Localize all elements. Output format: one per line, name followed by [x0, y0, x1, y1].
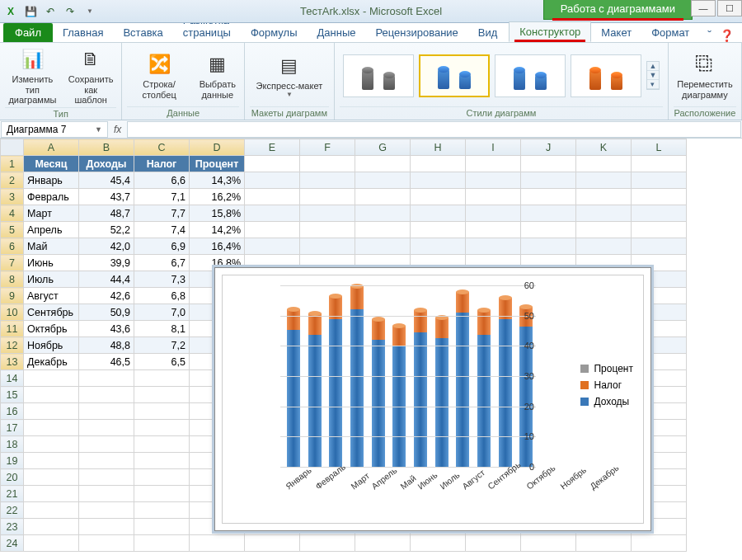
- cell[interactable]: [521, 205, 576, 222]
- cell[interactable]: 52,2: [79, 222, 134, 238]
- column-header[interactable]: A: [24, 139, 79, 156]
- cell[interactable]: [411, 238, 466, 255]
- cell[interactable]: [134, 519, 190, 535]
- qat-dropdown-icon[interactable]: ▼: [82, 4, 97, 19]
- row-header[interactable]: 7: [1, 255, 24, 271]
- cell[interactable]: [134, 420, 190, 436]
- cell[interactable]: [466, 205, 521, 222]
- cell[interactable]: [79, 502, 134, 519]
- cell[interactable]: 14,3%: [190, 172, 245, 189]
- cell[interactable]: [190, 535, 245, 552]
- chart-style-3[interactable]: [495, 54, 566, 97]
- cell[interactable]: 7,1: [134, 189, 190, 205]
- change-chart-type-button[interactable]: 📊 Изменить тип диаграммы: [5, 45, 60, 107]
- cell[interactable]: 48,8: [79, 337, 134, 354]
- embedded-chart[interactable]: 0102030405060 ЯнварьФевральМартАпрельМай…: [214, 267, 651, 531]
- cell[interactable]: [521, 238, 576, 255]
- cell[interactable]: [632, 172, 687, 189]
- cell[interactable]: 42,6: [79, 288, 134, 304]
- row-header[interactable]: 10: [1, 304, 24, 321]
- chart-bar[interactable]: [327, 296, 344, 467]
- cell[interactable]: [79, 486, 134, 502]
- cell[interactable]: Февраль: [24, 189, 79, 205]
- cell[interactable]: [355, 172, 411, 189]
- cell[interactable]: [355, 189, 411, 205]
- row-header[interactable]: 21: [1, 486, 24, 502]
- cell[interactable]: [245, 535, 300, 552]
- cell[interactable]: [576, 189, 632, 205]
- help-icon[interactable]: ❓: [720, 29, 734, 42]
- tab-home[interactable]: Главная: [53, 23, 113, 42]
- cell[interactable]: [521, 189, 576, 205]
- row-header[interactable]: 6: [1, 238, 24, 255]
- chart-style-4[interactable]: [571, 54, 641, 97]
- cell[interactable]: [79, 469, 134, 486]
- cell[interactable]: 46,5: [79, 354, 134, 370]
- cell[interactable]: [245, 189, 300, 205]
- cell[interactable]: [576, 238, 632, 255]
- cell[interactable]: [134, 502, 190, 519]
- row-header[interactable]: 23: [1, 519, 24, 535]
- tab-format[interactable]: Формат: [641, 23, 699, 42]
- cell[interactable]: [466, 172, 521, 189]
- column-header[interactable]: I: [466, 139, 521, 156]
- cell[interactable]: [134, 453, 190, 469]
- cell[interactable]: [466, 238, 521, 255]
- cell[interactable]: [521, 222, 576, 238]
- chart-style-2[interactable]: [419, 54, 490, 97]
- cell[interactable]: [576, 205, 632, 222]
- cell[interactable]: [355, 238, 411, 255]
- cell[interactable]: [134, 469, 190, 486]
- cell[interactable]: 7,0: [134, 304, 190, 321]
- tab-review[interactable]: Рецензирование: [365, 23, 467, 42]
- cell[interactable]: 6,9: [134, 238, 190, 255]
- row-header[interactable]: 9: [1, 288, 24, 304]
- save-template-button[interactable]: 🗎 Сохранить как шаблон: [65, 45, 117, 107]
- cell[interactable]: [24, 387, 79, 403]
- cell[interactable]: 6,5: [134, 354, 190, 370]
- cell[interactable]: [466, 535, 521, 552]
- row-header[interactable]: 1: [1, 156, 24, 172]
- cell[interactable]: [79, 519, 134, 535]
- cell[interactable]: [355, 222, 411, 238]
- cell[interactable]: [576, 156, 632, 172]
- maximize-button[interactable]: ☐: [717, 0, 742, 16]
- cell[interactable]: [79, 370, 134, 387]
- cell[interactable]: 6,6: [134, 172, 190, 189]
- cell[interactable]: 50,9: [79, 304, 134, 321]
- cell[interactable]: [134, 387, 190, 403]
- cell[interactable]: 44,4: [79, 271, 134, 288]
- undo-icon[interactable]: ↶: [43, 4, 58, 19]
- chart-bar[interactable]: [307, 313, 323, 467]
- cell[interactable]: [632, 238, 687, 255]
- cell[interactable]: [632, 189, 687, 205]
- cell[interactable]: [245, 156, 300, 172]
- select-data-button[interactable]: ▦ Выбрать данные: [196, 49, 239, 101]
- cell[interactable]: 16,2%: [190, 189, 245, 205]
- cell[interactable]: [300, 205, 355, 222]
- move-chart-button[interactable]: ⿻ Переместить диаграмму: [674, 49, 735, 101]
- cell[interactable]: [411, 156, 466, 172]
- cell[interactable]: [245, 238, 300, 255]
- cell[interactable]: [24, 469, 79, 486]
- chart-legend[interactable]: Процент Налог Доходы: [580, 358, 633, 412]
- tab-design[interactable]: Конструктор: [509, 21, 591, 42]
- tab-insert[interactable]: Вставка: [113, 23, 172, 42]
- cell[interactable]: Сентябрь: [24, 304, 79, 321]
- cell[interactable]: 7,2: [134, 337, 190, 354]
- cell[interactable]: 7,4: [134, 222, 190, 238]
- cell[interactable]: Доходы: [79, 156, 134, 172]
- cell[interactable]: [355, 535, 411, 552]
- row-header[interactable]: 13: [1, 354, 24, 370]
- chart-style-1[interactable]: [343, 54, 414, 97]
- row-header[interactable]: 20: [1, 469, 24, 486]
- cell[interactable]: Январь: [24, 172, 79, 189]
- cell[interactable]: Октябрь: [24, 321, 79, 337]
- cell[interactable]: 6,8: [134, 288, 190, 304]
- cell[interactable]: [300, 535, 355, 552]
- column-header[interactable]: F: [300, 139, 355, 156]
- cell[interactable]: Июнь: [24, 255, 79, 271]
- cell[interactable]: [245, 222, 300, 238]
- cell[interactable]: [134, 535, 190, 552]
- cell[interactable]: [632, 205, 687, 222]
